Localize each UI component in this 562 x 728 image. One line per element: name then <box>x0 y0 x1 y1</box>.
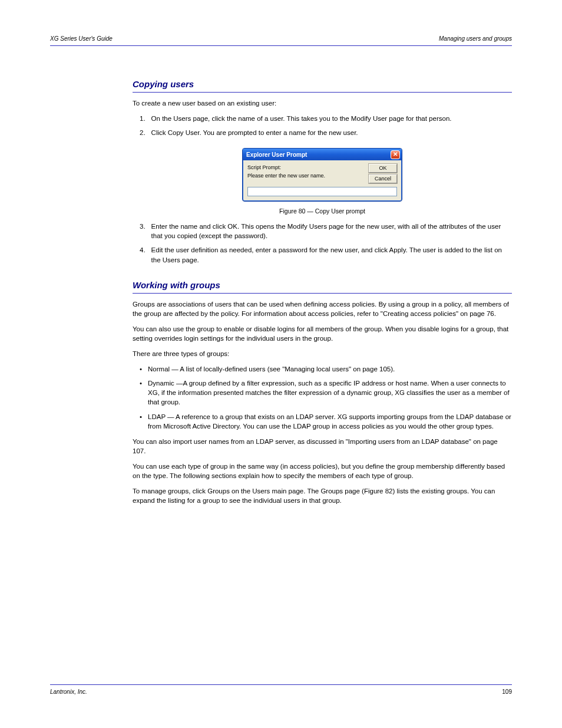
figure-copy-user-dialog: Explorer User Prompt ✕ Script Prompt: Pl… <box>133 148 512 202</box>
copy-users-intro: To create a new user based on an existin… <box>133 98 512 108</box>
figure-caption: Figure 80 — Copy User prompt <box>133 207 512 215</box>
bullet-mark: • <box>140 412 142 431</box>
script-prompt-label: Script Prompt: <box>247 164 325 172</box>
group-type-normal: Normal — A list of locally-defined users… <box>148 364 512 374</box>
step-4-text: Edit the user definition as needed, ente… <box>151 245 512 264</box>
step-number-3: 3. <box>140 222 146 241</box>
footer-company: Lantronix, Inc. <box>50 689 87 695</box>
step-3-text: Enter the name and click OK. This opens … <box>151 222 512 241</box>
groups-p6: To manage groups, click Groups on the Us… <box>133 486 512 505</box>
user-name-input[interactable] <box>247 187 397 196</box>
header-left: XG Series User's Guide <box>50 35 113 42</box>
groups-p3: There are three types of groups: <box>133 349 512 358</box>
bullet-mark: • <box>140 364 142 374</box>
step-1-text: On the Users page, click the name of a u… <box>151 114 512 123</box>
step-number-1: 1. <box>140 114 146 123</box>
group-type-dynamic: Dynamic —A group defined by a filter exp… <box>148 378 512 407</box>
groups-p1: Groups are associations of users that ca… <box>133 299 512 318</box>
ok-button[interactable]: OK <box>369 164 397 173</box>
page-footer: Lantronix, Inc. 109 <box>50 684 512 695</box>
section-title-groups: Working with groups <box>133 280 512 294</box>
groups-p5: You can use each type of group in the sa… <box>133 462 512 480</box>
step-number-2: 2. <box>140 128 146 137</box>
close-icon[interactable]: ✕ <box>391 150 400 159</box>
dialog-title: Explorer User Prompt <box>246 151 307 158</box>
group-type-ldap: LDAP — A reference to a group that exist… <box>148 412 512 431</box>
header-right: Managing users and groups <box>439 35 512 42</box>
step-number-4: 4. <box>140 245 146 264</box>
section-title-copying-users: Copying users <box>133 79 512 93</box>
step-2-text: Click Copy User. You are prompted to ent… <box>151 128 512 137</box>
groups-p2: You can also use the group to enable or … <box>133 324 512 343</box>
groups-p4: You can also import user names from an L… <box>133 437 512 456</box>
bullet-mark: • <box>140 378 142 407</box>
cancel-button[interactable]: Cancel <box>369 174 397 183</box>
explorer-user-prompt-dialog: Explorer User Prompt ✕ Script Prompt: Pl… <box>242 148 402 202</box>
dialog-titlebar[interactable]: Explorer User Prompt ✕ <box>243 149 402 160</box>
dialog-message: Please enter the new user name. <box>247 172 325 180</box>
page-header: XG Series User's Guide Managing users an… <box>50 35 512 46</box>
footer-page-number: 109 <box>502 689 512 695</box>
